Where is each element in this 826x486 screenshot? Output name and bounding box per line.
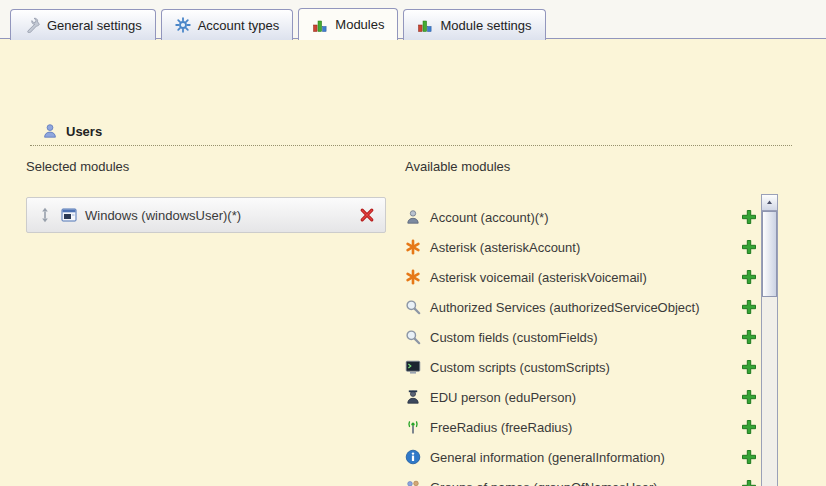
person-icon bbox=[405, 209, 421, 225]
add-module-button[interactable] bbox=[741, 389, 757, 405]
available-modules-scrollbar[interactable] bbox=[761, 194, 778, 486]
modules-tab-content: Users Selected modules Available modules… bbox=[0, 38, 826, 486]
add-module-button[interactable] bbox=[741, 449, 757, 465]
plus-icon bbox=[741, 449, 757, 465]
dotted-divider bbox=[30, 145, 792, 146]
tab-label: Account types bbox=[198, 18, 280, 33]
available-module-row: Asterisk voicemail (asteriskVoicemail) bbox=[405, 262, 757, 292]
magnifier-icon bbox=[405, 329, 421, 345]
gear-icon bbox=[175, 17, 191, 33]
available-module-label: Asterisk voicemail (asteriskVoicemail) bbox=[430, 270, 647, 285]
available-modules-list: Account (account)(*) Asterisk (asteriskA… bbox=[405, 202, 757, 486]
available-module-label: FreeRadius (freeRadius) bbox=[430, 420, 572, 435]
tab-label: Module settings bbox=[440, 18, 531, 33]
drag-handle-icon[interactable] bbox=[37, 207, 53, 223]
asterisk-icon bbox=[405, 239, 421, 255]
plus-icon bbox=[741, 239, 757, 255]
selected-modules-list: Windows (windowsUser)(*) bbox=[26, 197, 386, 233]
settings-tab-bar: General settings Account types Modules M… bbox=[10, 8, 546, 40]
modules-blocks-icon bbox=[417, 17, 433, 33]
tab-modules[interactable]: Modules bbox=[298, 8, 398, 40]
available-module-label: Custom fields (customFields) bbox=[430, 330, 598, 345]
plus-icon bbox=[741, 359, 757, 375]
available-module-label: EDU person (eduPerson) bbox=[430, 390, 576, 405]
available-module-label: Authorized Services (authorizedServiceOb… bbox=[430, 300, 700, 315]
add-module-button[interactable] bbox=[741, 479, 757, 486]
plus-icon bbox=[741, 209, 757, 225]
available-module-row: Authorized Services (authorizedServiceOb… bbox=[405, 292, 757, 322]
arrow-up-icon bbox=[765, 198, 774, 207]
available-module-label: Custom scripts (customScripts) bbox=[430, 360, 610, 375]
tab-general-settings[interactable]: General settings bbox=[10, 9, 156, 40]
available-modules-label: Available modules bbox=[405, 159, 510, 174]
add-module-button[interactable] bbox=[741, 269, 757, 285]
wrench-icon bbox=[24, 17, 40, 33]
add-module-button[interactable] bbox=[741, 419, 757, 435]
tab-module-settings[interactable]: Module settings bbox=[403, 9, 545, 40]
add-module-button[interactable] bbox=[741, 359, 757, 375]
available-module-label: Asterisk (asteriskAccount) bbox=[430, 240, 580, 255]
section-title: Users bbox=[66, 124, 102, 139]
info-icon bbox=[405, 449, 421, 465]
add-module-button[interactable] bbox=[741, 329, 757, 345]
asterisk-icon bbox=[405, 269, 421, 285]
remove-module-button[interactable] bbox=[359, 207, 375, 223]
add-module-button[interactable] bbox=[741, 299, 757, 315]
available-module-label: Groups of names (groupOfNamesUser) bbox=[430, 480, 658, 486]
selected-module-label: Windows (windowsUser)(*) bbox=[85, 208, 241, 223]
available-module-row: Groups of names (groupOfNamesUser) bbox=[405, 472, 757, 486]
available-module-row: Custom fields (customFields) bbox=[405, 322, 757, 352]
selected-modules-label: Selected modules bbox=[26, 159, 129, 174]
available-module-row: Account (account)(*) bbox=[405, 202, 757, 232]
group-icon bbox=[405, 479, 421, 486]
scrollbar-thumb[interactable] bbox=[762, 211, 777, 297]
lam-configuration-page: General settings Account types Modules M… bbox=[0, 0, 826, 486]
available-module-row: Asterisk (asteriskAccount) bbox=[405, 232, 757, 262]
available-module-row: Custom scripts (customScripts) bbox=[405, 352, 757, 382]
plus-icon bbox=[741, 329, 757, 345]
plus-icon bbox=[741, 479, 757, 486]
plus-icon bbox=[741, 419, 757, 435]
tab-label: Modules bbox=[335, 17, 384, 32]
tab-account-types[interactable]: Account types bbox=[161, 9, 294, 40]
plus-icon bbox=[741, 389, 757, 405]
plus-icon bbox=[741, 269, 757, 285]
add-module-button[interactable] bbox=[741, 239, 757, 255]
available-module-row: FreeRadius (freeRadius) bbox=[405, 412, 757, 442]
scroll-up-button[interactable] bbox=[762, 195, 777, 211]
terminal-icon bbox=[405, 359, 421, 375]
tab-label: General settings bbox=[47, 18, 142, 33]
selected-module-row[interactable]: Windows (windowsUser)(*) bbox=[26, 197, 386, 233]
available-module-label: Account (account)(*) bbox=[430, 210, 549, 225]
add-module-button[interactable] bbox=[741, 209, 757, 225]
modules-blocks-icon bbox=[312, 17, 328, 33]
delete-x-icon bbox=[359, 207, 375, 223]
available-module-label: General information (generalInformation) bbox=[430, 450, 665, 465]
section-heading-users: Users bbox=[42, 123, 102, 139]
window-icon bbox=[61, 207, 77, 223]
available-module-row: General information (generalInformation) bbox=[405, 442, 757, 472]
available-module-row: EDU person (eduPerson) bbox=[405, 382, 757, 412]
plus-icon bbox=[741, 299, 757, 315]
antenna-icon bbox=[405, 419, 421, 435]
magnifier-icon bbox=[405, 299, 421, 315]
user-icon bbox=[42, 123, 58, 139]
person-icon bbox=[405, 389, 421, 405]
